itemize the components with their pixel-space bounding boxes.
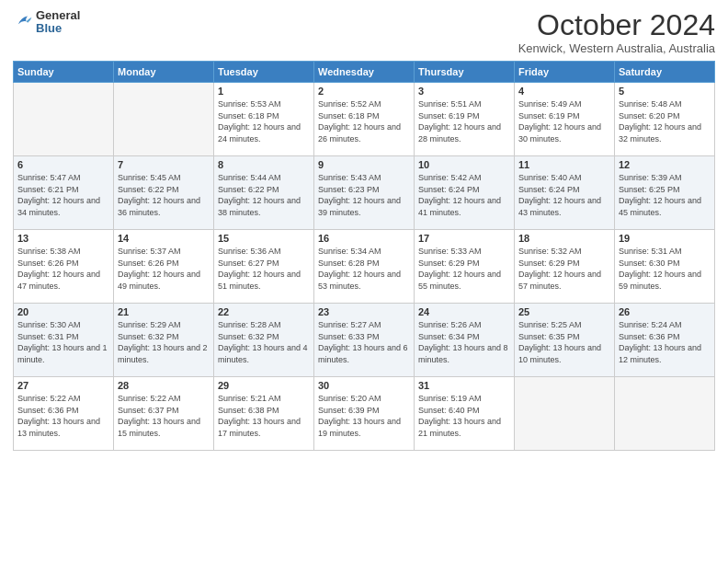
day-number: 28 (118, 380, 210, 391)
day-number: 21 (118, 306, 210, 317)
table-row: 5Sunrise: 5:48 AMSunset: 6:20 PMDaylight… (615, 83, 715, 156)
table-row: 19Sunrise: 5:31 AMSunset: 6:30 PMDayligh… (615, 230, 715, 304)
table-row: 12Sunrise: 5:39 AMSunset: 6:25 PMDayligh… (615, 156, 715, 230)
table-row: 24Sunrise: 5:26 AMSunset: 6:34 PMDayligh… (415, 304, 515, 377)
table-row: 11Sunrise: 5:40 AMSunset: 6:24 PMDayligh… (515, 156, 615, 230)
day-info: Sunrise: 5:27 AMSunset: 6:33 PMDaylight:… (318, 319, 410, 365)
title-block: October 2024 Kenwick, Western Australia,… (518, 9, 715, 55)
day-number: 10 (418, 159, 510, 170)
day-info: Sunrise: 5:21 AMSunset: 6:38 PMDaylight:… (218, 393, 310, 439)
header-sunday: Sunday (14, 62, 114, 83)
day-number: 1 (218, 86, 310, 97)
location-title: Kenwick, Western Australia, Australia (518, 41, 715, 55)
logo: General Blue (13, 9, 80, 36)
day-info: Sunrise: 5:29 AMSunset: 6:32 PMDaylight:… (118, 319, 210, 365)
table-row: 20Sunrise: 5:30 AMSunset: 6:31 PMDayligh… (14, 304, 114, 377)
day-info: Sunrise: 5:30 AMSunset: 6:31 PMDaylight:… (17, 319, 109, 365)
day-number: 12 (619, 159, 711, 170)
header-tuesday: Tuesday (214, 62, 314, 83)
day-info: Sunrise: 5:20 AMSunset: 6:39 PMDaylight:… (318, 393, 410, 439)
table-row: 14Sunrise: 5:37 AMSunset: 6:26 PMDayligh… (114, 230, 214, 304)
calendar-page: General Blue October 2024 Kenwick, Weste… (0, 0, 728, 563)
weekday-header-row: Sunday Monday Tuesday Wednesday Thursday… (14, 62, 715, 83)
day-info: Sunrise: 5:47 AMSunset: 6:21 PMDaylight:… (17, 172, 109, 218)
day-info: Sunrise: 5:51 AMSunset: 6:19 PMDaylight:… (418, 98, 510, 144)
day-info: Sunrise: 5:37 AMSunset: 6:26 PMDaylight:… (118, 246, 210, 292)
table-row: 25Sunrise: 5:25 AMSunset: 6:35 PMDayligh… (515, 304, 615, 377)
day-number: 2 (318, 86, 410, 97)
table-row: 10Sunrise: 5:42 AMSunset: 6:24 PMDayligh… (415, 156, 515, 230)
day-number: 6 (17, 159, 109, 170)
table-row: 18Sunrise: 5:32 AMSunset: 6:29 PMDayligh… (515, 230, 615, 304)
table-row: 15Sunrise: 5:36 AMSunset: 6:27 PMDayligh… (214, 230, 314, 304)
table-row: 7Sunrise: 5:45 AMSunset: 6:22 PMDaylight… (114, 156, 214, 230)
table-row: 4Sunrise: 5:49 AMSunset: 6:19 PMDaylight… (515, 83, 615, 156)
logo-general: General (36, 9, 80, 22)
table-row: 17Sunrise: 5:33 AMSunset: 6:29 PMDayligh… (415, 230, 515, 304)
header-saturday: Saturday (615, 62, 715, 83)
day-info: Sunrise: 5:44 AMSunset: 6:22 PMDaylight:… (218, 172, 310, 218)
day-info: Sunrise: 5:22 AMSunset: 6:36 PMDaylight:… (17, 393, 109, 439)
day-number: 17 (418, 233, 510, 244)
day-info: Sunrise: 5:39 AMSunset: 6:25 PMDaylight:… (619, 172, 711, 218)
day-info: Sunrise: 5:33 AMSunset: 6:29 PMDaylight:… (418, 246, 510, 292)
header-friday: Friday (515, 62, 615, 83)
header-monday: Monday (114, 62, 214, 83)
table-row (615, 377, 715, 451)
table-row: 22Sunrise: 5:28 AMSunset: 6:32 PMDayligh… (214, 304, 314, 377)
day-number: 13 (17, 233, 109, 244)
day-number: 26 (619, 306, 711, 317)
table-row: 3Sunrise: 5:51 AMSunset: 6:19 PMDaylight… (415, 83, 515, 156)
day-number: 20 (17, 306, 109, 317)
table-row (114, 83, 214, 156)
day-info: Sunrise: 5:36 AMSunset: 6:27 PMDaylight:… (218, 246, 310, 292)
logo-bird-icon (13, 12, 33, 32)
day-number: 18 (518, 233, 610, 244)
table-row: 23Sunrise: 5:27 AMSunset: 6:33 PMDayligh… (314, 304, 415, 377)
table-row: 21Sunrise: 5:29 AMSunset: 6:32 PMDayligh… (114, 304, 214, 377)
logo-text: General Blue (36, 9, 80, 36)
day-info: Sunrise: 5:31 AMSunset: 6:30 PMDaylight:… (619, 246, 711, 292)
day-number: 5 (619, 86, 711, 97)
table-row: 31Sunrise: 5:19 AMSunset: 6:40 PMDayligh… (415, 377, 515, 451)
table-row: 6Sunrise: 5:47 AMSunset: 6:21 PMDaylight… (14, 156, 114, 230)
logo-blue: Blue (36, 22, 80, 35)
table-row: 29Sunrise: 5:21 AMSunset: 6:38 PMDayligh… (214, 377, 314, 451)
header: General Blue October 2024 Kenwick, Weste… (13, 9, 715, 55)
table-row: 9Sunrise: 5:43 AMSunset: 6:23 PMDaylight… (314, 156, 415, 230)
day-number: 11 (518, 159, 610, 170)
day-info: Sunrise: 5:52 AMSunset: 6:18 PMDaylight:… (318, 98, 410, 144)
header-wednesday: Wednesday (314, 62, 415, 83)
day-number: 7 (118, 159, 210, 170)
day-info: Sunrise: 5:38 AMSunset: 6:26 PMDaylight:… (17, 246, 109, 292)
day-number: 23 (318, 306, 410, 317)
day-info: Sunrise: 5:53 AMSunset: 6:18 PMDaylight:… (218, 98, 310, 144)
calendar-table: Sunday Monday Tuesday Wednesday Thursday… (13, 61, 715, 451)
day-number: 22 (218, 306, 310, 317)
day-info: Sunrise: 5:42 AMSunset: 6:24 PMDaylight:… (418, 172, 510, 218)
table-row: 8Sunrise: 5:44 AMSunset: 6:22 PMDaylight… (214, 156, 314, 230)
day-info: Sunrise: 5:19 AMSunset: 6:40 PMDaylight:… (418, 393, 510, 439)
table-row: 2Sunrise: 5:52 AMSunset: 6:18 PMDaylight… (314, 83, 415, 156)
header-thursday: Thursday (415, 62, 515, 83)
table-row: 13Sunrise: 5:38 AMSunset: 6:26 PMDayligh… (14, 230, 114, 304)
day-number: 14 (118, 233, 210, 244)
day-number: 9 (318, 159, 410, 170)
calendar-week-row: 1Sunrise: 5:53 AMSunset: 6:18 PMDaylight… (14, 83, 715, 156)
day-number: 15 (218, 233, 310, 244)
day-info: Sunrise: 5:34 AMSunset: 6:28 PMDaylight:… (318, 246, 410, 292)
day-info: Sunrise: 5:40 AMSunset: 6:24 PMDaylight:… (518, 172, 610, 218)
day-info: Sunrise: 5:22 AMSunset: 6:37 PMDaylight:… (118, 393, 210, 439)
day-number: 4 (518, 86, 610, 97)
day-info: Sunrise: 5:32 AMSunset: 6:29 PMDaylight:… (518, 246, 610, 292)
day-number: 3 (418, 86, 510, 97)
table-row: 27Sunrise: 5:22 AMSunset: 6:36 PMDayligh… (14, 377, 114, 451)
day-number: 29 (218, 380, 310, 391)
day-number: 27 (17, 380, 109, 391)
calendar-week-row: 27Sunrise: 5:22 AMSunset: 6:36 PMDayligh… (14, 377, 715, 451)
table-row (515, 377, 615, 451)
day-info: Sunrise: 5:24 AMSunset: 6:36 PMDaylight:… (619, 319, 711, 365)
day-info: Sunrise: 5:45 AMSunset: 6:22 PMDaylight:… (118, 172, 210, 218)
day-number: 8 (218, 159, 310, 170)
day-number: 30 (318, 380, 410, 391)
